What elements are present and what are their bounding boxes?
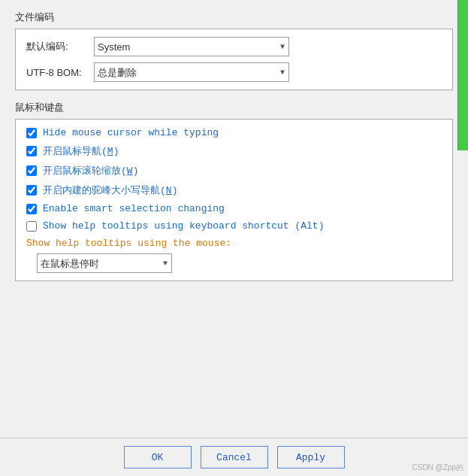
checkbox-smart-select[interactable] <box>26 204 37 214</box>
checkbox-row-2: 开启鼠标导航(M) <box>26 144 442 158</box>
right-accent-bar <box>457 0 468 150</box>
checkbox-label-help-keyboard: Show help tooltips using keyboard shortc… <box>43 220 324 232</box>
checkbox-label-mouse-nav: 开启鼠标导航(M) <box>43 144 119 158</box>
checkbox-label-camelcase: 开启内建的驼峰大小写导航(N) <box>43 183 177 197</box>
tooltip-mouse-label: Show help tooltips using the mouse: <box>26 238 442 249</box>
file-encoding-title: 文件编码 <box>15 11 453 24</box>
default-encoding-select[interactable]: System UTF-8 GBK GB2312 <box>94 37 289 56</box>
checkbox-label-smart-select: Enable smart selection changing <box>43 203 225 214</box>
checkbox-mouse-nav[interactable] <box>26 146 37 156</box>
utf8-bom-label: UTF-8 BOM: <box>26 67 94 78</box>
checkbox-scroll-zoom[interactable] <box>26 165 37 176</box>
utf8-bom-select-wrapper: 总是删除 总是添加 保持原来 <box>94 62 289 82</box>
bottom-bar: OK Cancel Apply <box>0 438 468 476</box>
tooltip-mouse-select[interactable]: 在鼠标悬停时 禁用 立即显示 <box>37 253 172 273</box>
default-encoding-select-wrapper: System UTF-8 GBK GB2312 <box>94 37 289 56</box>
utf8-bom-select[interactable]: 总是删除 总是添加 保持原来 <box>94 62 289 82</box>
checkbox-camelcase[interactable] <box>26 185 37 196</box>
watermark-text: CSDN @Zpp的 <box>412 462 464 473</box>
file-encoding-box: 默认编码: System UTF-8 GBK GB2312 UTF-8 BOM:… <box>15 29 453 90</box>
mouse-keyboard-title: 鼠标和键盘 <box>15 101 453 114</box>
tooltip-mouse-select-wrapper: 在鼠标悬停时 禁用 立即显示 <box>37 253 442 273</box>
checkbox-row-6: Show help tooltips using keyboard shortc… <box>26 220 442 232</box>
default-encoding-label: 默认编码: <box>26 40 94 53</box>
tooltip-select-outer: 在鼠标悬停时 禁用 立即显示 <box>37 253 172 273</box>
apply-button[interactable]: Apply <box>277 446 345 468</box>
utf8-bom-row: UTF-8 BOM: 总是删除 总是添加 保持原来 <box>26 62 442 82</box>
checkbox-row-5: Enable smart selection changing <box>26 203 442 214</box>
checkbox-label-scroll-zoom: 开启鼠标滚轮缩放(W) <box>43 164 138 177</box>
ok-button[interactable]: OK <box>124 446 192 468</box>
checkbox-row-3: 开启鼠标滚轮缩放(W) <box>26 164 442 177</box>
checkbox-row-1: Hide mouse cursor while typing <box>26 127 442 138</box>
cancel-button[interactable]: Cancel <box>201 446 268 468</box>
checkbox-help-keyboard[interactable] <box>26 221 37 232</box>
settings-dialog: 文件编码 默认编码: System UTF-8 GBK GB2312 UTF-8… <box>0 0 468 476</box>
checkbox-row-4: 开启内建的驼峰大小写导航(N) <box>26 183 442 197</box>
default-encoding-row: 默认编码: System UTF-8 GBK GB2312 <box>26 37 442 56</box>
checkbox-hide-cursor[interactable] <box>26 128 37 138</box>
checkbox-label-hide-cursor: Hide mouse cursor while typing <box>43 127 219 138</box>
content-area: 文件编码 默认编码: System UTF-8 GBK GB2312 UTF-8… <box>0 0 468 438</box>
mouse-keyboard-box: Hide mouse cursor while typing 开启鼠标导航(M)… <box>15 119 453 281</box>
